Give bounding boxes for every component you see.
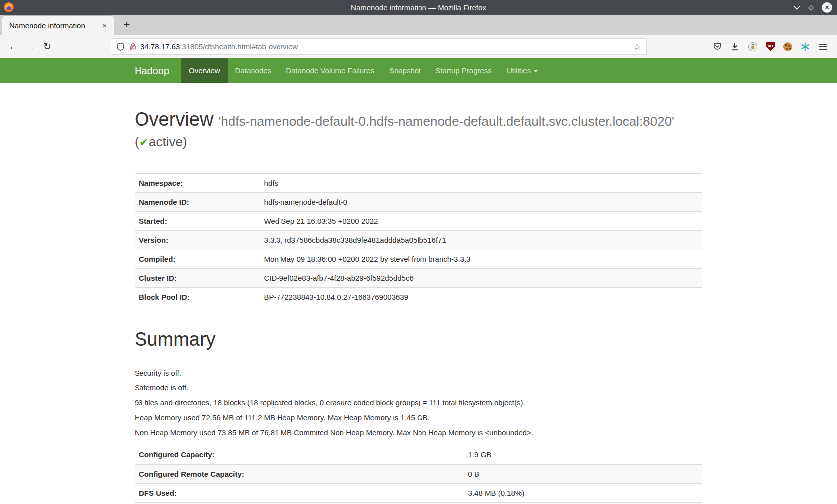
namenode-address: 'hdfs-namenode-default-0.hdfs-namenode-d… — [218, 114, 674, 128]
nav-item[interactable]: Datanodes — [228, 58, 279, 83]
back-button[interactable]: ← — [6, 39, 21, 54]
info-label: Cluster ID: — [135, 269, 260, 288]
table-row: DFS Used: 3.48 MB (0.18%) — [135, 484, 702, 503]
window-maximize-button[interactable]: ◇ — [808, 4, 814, 11]
url-bar[interactable]: 34.78.17.63:31805/dfshealth.html#tab-ove… — [111, 38, 647, 55]
browser-toolbar: ← → ↻ 34.78.17.63:31805/dfshealth.html#t… — [0, 35, 837, 58]
capacity-value: 0 B — [464, 464, 702, 483]
capacity-value: 3.48 MB (0.18%) — [464, 484, 702, 503]
window-close-button[interactable]: × — [822, 2, 832, 13]
window-titlebar: Namenode information — Mozilla Firefox ◇… — [0, 0, 837, 15]
summary-line: Non Heap Memory used 73.85 MB of 76.81 M… — [135, 429, 702, 437]
info-value: hdfs — [260, 173, 702, 192]
namenode-info-table: Namespace: hdfs Namenode ID: hdfs-nameno… — [135, 173, 702, 307]
table-row: Block Pool ID: BP-772238843-10.84.0.27-1… — [135, 288, 702, 307]
divider — [135, 356, 702, 356]
info-label: Version: — [135, 231, 260, 250]
refresh-button[interactable]: ↻ — [40, 39, 55, 54]
chevron-down-icon — [793, 5, 800, 10]
info-value: CID-9ef02e83-afb7-4f28-ab29-6f592d5dd5c6 — [260, 269, 702, 288]
table-row: Namespace: hdfs — [135, 173, 702, 192]
browser-tab[interactable]: Namenode information × — [2, 15, 114, 35]
info-label: Namespace: — [135, 173, 260, 192]
window-title: Namenode information — Mozilla Firefox — [0, 3, 837, 12]
toolbar-extension-icons: uO — [713, 42, 827, 52]
tab-title: Namenode information — [9, 21, 85, 30]
capacity-label: Configured Remote Capacity: — [135, 464, 464, 483]
url-path: :31805/dfshealth.html#tab-overview — [180, 42, 298, 51]
info-value: 3.3.3, rd37586cbda38c338d9fe481addda5a05… — [260, 231, 702, 250]
nav-item[interactable]: Utilities — [499, 58, 545, 83]
shield-permissions-icon[interactable] — [116, 42, 125, 51]
summary-line: Safemode is off. — [135, 384, 702, 392]
hadoop-brand[interactable]: Hadoop — [135, 58, 181, 83]
download-icon[interactable] — [730, 42, 739, 51]
table-row: Configured Capacity: 1.9 GB — [135, 445, 702, 464]
capacity-value: 1.9 GB — [464, 445, 702, 464]
table-row: Version: 3.3.3, rd37586cbda38c338d9fe481… — [135, 231, 702, 250]
summary-heading: Summary — [135, 329, 702, 350]
info-label: Block Pool ID: — [135, 288, 260, 307]
info-label: Compiled: — [135, 250, 260, 268]
info-value: Wed Sep 21 16:03:35 +0200 2022 — [260, 212, 702, 231]
info-value: BP-772238843-10.84.0.27-1663769003639 — [260, 288, 702, 307]
summary-line: Security is off. — [135, 369, 702, 377]
capacity-label: DFS Used: — [135, 484, 464, 503]
cookie-extension-icon[interactable] — [783, 42, 792, 51]
table-row: Configured Remote Capacity: 0 B — [135, 464, 702, 483]
summary-line: Heap Memory used 72.56 MB of 111.2 MB He… — [135, 414, 702, 422]
ublock-origin-icon[interactable]: uO — [766, 42, 775, 51]
hadoop-nav-items: Overview Datanodes Datanode Volume Failu… — [181, 58, 545, 83]
info-value: hdfs-namenode-default-0 — [260, 192, 702, 211]
hamburger-menu-icon[interactable] — [818, 43, 827, 50]
info-label: Started: — [135, 212, 260, 231]
nav-item[interactable]: Snapshot — [382, 58, 428, 83]
new-tab-button[interactable]: + — [118, 16, 135, 33]
overview-heading: Overview — [135, 109, 213, 129]
table-row: Namenode ID: hdfs-namenode-default-0 — [135, 192, 702, 211]
nav-item[interactable]: Startup Progress — [428, 58, 499, 83]
window-controls: ◇ × — [793, 2, 832, 13]
capacity-table: Configured Capacity: 1.9 GB Configured R… — [135, 445, 702, 504]
forward-button[interactable]: → — [23, 39, 38, 54]
namenode-state: (✔active) — [135, 134, 702, 151]
page-content: Overview'hdfs-namenode-default-0.hdfs-na… — [135, 109, 702, 504]
window-minimize-button[interactable] — [793, 5, 800, 10]
pocket-icon[interactable] — [713, 42, 722, 51]
info-value: Mon May 09 18:36:00 +0200 2022 by stevel… — [260, 250, 702, 268]
url-host: 34.78.17.63 — [140, 42, 180, 51]
url-text[interactable]: 34.78.17.63:31805/dfshealth.html#tab-ove… — [140, 42, 298, 51]
table-row: Cluster ID: CID-9ef02e83-afb7-4f28-ab29-… — [135, 269, 702, 288]
page-title: Overview'hdfs-namenode-default-0.hdfs-na… — [135, 109, 702, 130]
capacity-label: Configured Capacity: — [135, 445, 464, 464]
firefox-logo-icon — [4, 2, 14, 12]
table-row: Started: Wed Sep 21 16:03:35 +0200 2022 — [135, 212, 702, 231]
info-label: Namenode ID: — [135, 192, 260, 211]
insecure-lock-icon[interactable] — [129, 42, 137, 51]
summary-text: Security is off. Safemode is off. 93 fil… — [135, 369, 702, 437]
tab-close-icon[interactable]: × — [100, 20, 109, 31]
tab-strip: Namenode information × + — [0, 15, 837, 35]
bookmark-star-icon[interactable]: ☆ — [633, 41, 641, 52]
nav-item[interactable]: Datanode Volume Failures — [279, 58, 382, 83]
snowflake-extension-icon[interactable] — [801, 42, 810, 51]
extension-lock-icon[interactable] — [748, 42, 758, 52]
divider — [135, 160, 702, 160]
table-row: Compiled: Mon May 09 18:36:00 +0200 2022… — [135, 250, 702, 268]
check-icon: ✔ — [140, 136, 148, 149]
summary-line: 93 files and directories, 18 blocks (18 … — [135, 399, 702, 407]
hadoop-navbar: Hadoop Overview Datanodes Datanode Volum… — [0, 58, 837, 83]
nav-item[interactable]: Overview — [181, 58, 228, 83]
